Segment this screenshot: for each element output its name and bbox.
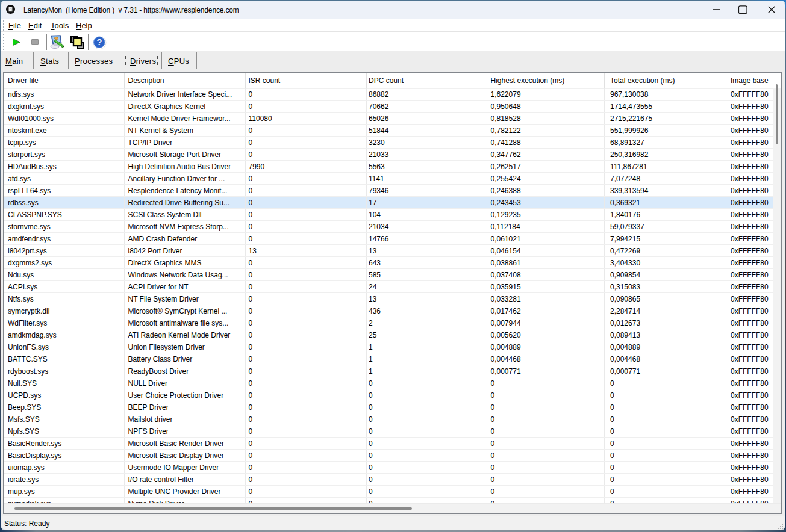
- svg-text:?: ?: [96, 37, 102, 47]
